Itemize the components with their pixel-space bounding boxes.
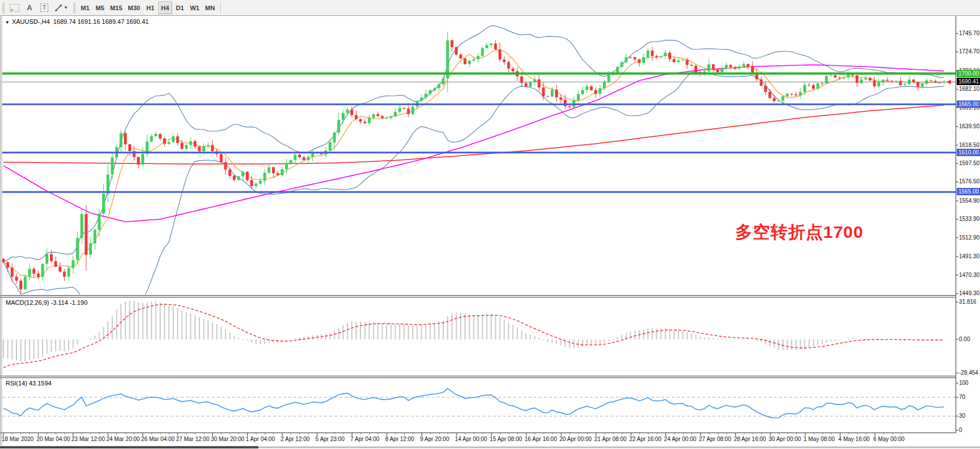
date-label: 8 Apr 12:00	[385, 436, 414, 442]
mt4-chart-window: F A T ▼ M1M5M15M30H1H4D1W1MN ▼XAUUSD-,H4…	[0, 0, 980, 449]
date-label: 7 Apr 04:00	[350, 436, 379, 442]
price-tick-label: 1512.90	[959, 234, 979, 241]
chart-title: ▼XAUUSD-,H4 1689.74 1691.16 1689.47 1690…	[5, 18, 149, 25]
text-label-button[interactable]: T	[37, 2, 51, 14]
date-label: 24 Mar 20:00	[106, 436, 140, 442]
font-a-icon: A	[27, 3, 32, 12]
macd-tick-label: -28.454	[959, 370, 978, 376]
date-label: 2 Apr 12:00	[280, 436, 309, 442]
chart-template-button[interactable]: F	[7, 2, 22, 14]
level-price-tag: 1565.00	[957, 188, 980, 195]
cursor-tool-button[interactable]: ▼	[52, 2, 70, 14]
date-label: 18 Mar 2020	[2, 436, 33, 442]
chart-area[interactable]: ▼XAUUSD-,H4 1689.74 1691.16 1689.47 1690…	[0, 15, 980, 449]
horizontal-scrollbar-thumb[interactable]	[0, 446, 258, 448]
date-label: 30 Apr 00:00	[769, 436, 801, 442]
rsi-tick-label: 0	[959, 427, 962, 433]
price-tick-label: 1470.30	[959, 272, 979, 278]
price-tick-label: 1449.30	[959, 290, 979, 296]
date-label: 4 May 16:00	[839, 436, 870, 442]
timeframe-button-mn[interactable]: MN	[203, 2, 217, 14]
timeframe-button-d1[interactable]: D1	[173, 2, 187, 14]
grid-icon: F	[10, 4, 19, 12]
price-tick-label: 1491.30	[959, 253, 979, 259]
price-tick-label: 1618.50	[959, 142, 979, 148]
rsi-indicator-label: RSI(14) 43.1594	[6, 380, 52, 387]
level-price-tag: 1690.41	[957, 78, 980, 85]
timeframe-button-m5[interactable]: M5	[93, 2, 107, 14]
date-label: 16 Apr 16:00	[525, 436, 557, 442]
price-tick-label: 1576.50	[959, 178, 979, 184]
toolbar-drag-grip[interactable]	[2, 3, 5, 12]
date-label: 14 Apr 00:00	[455, 436, 487, 442]
chart-text-annotation[interactable]: 多空转折点1700	[735, 221, 864, 244]
date-label: 1 May 08:00	[803, 436, 835, 442]
date-label: 20 Apr 00:00	[559, 436, 592, 442]
macd-tick-label: 0.00	[959, 336, 970, 342]
date-label: 27 Apr 08:00	[699, 436, 731, 442]
price-tick-label: 1724.70	[959, 48, 979, 54]
date-label: 21 Apr 08:00	[594, 436, 627, 442]
level-price-tag: 1700.00	[957, 70, 980, 77]
font-tool-button[interactable]: A	[23, 2, 36, 14]
date-label: 9 Apr 20:00	[420, 436, 449, 442]
timeframe-button-h4[interactable]: H4	[158, 2, 172, 14]
date-label: 26 Mar 04:00	[141, 436, 175, 442]
macd-indicator-label: MACD(12,26,9) -3.114 -1.190	[6, 299, 87, 306]
ohlc-values: 1689.74 1691.16 1689.47 1690.41	[53, 18, 149, 25]
price-tick-label: 1554.90	[959, 198, 979, 204]
diagonal-arrows-icon	[55, 4, 62, 12]
timeframe-button-h1[interactable]: H1	[144, 2, 157, 14]
timeframe-button-m30[interactable]: M30	[125, 2, 142, 14]
date-label: 30 Mar 20:00	[211, 436, 244, 442]
date-label: 6 May 00:00	[873, 436, 904, 442]
level-price-tag: 1665.00	[957, 100, 980, 108]
date-label: 27 Mar 12:00	[176, 436, 210, 442]
macd-tick-label: 31.816	[959, 299, 977, 305]
date-label: 15 Apr 08:00	[490, 436, 522, 442]
symbol-dropdown-icon[interactable]: ▼	[5, 20, 10, 25]
price-tick-label: 1682.10	[959, 86, 979, 92]
symbol-timeframe: XAUUSD-,H4	[12, 18, 50, 25]
price-tick-label: 1597.50	[959, 160, 979, 166]
rsi-tick-label: 30	[959, 413, 965, 419]
text-t-icon: T	[40, 3, 49, 12]
date-label: 20 Mar 04:00	[36, 436, 70, 442]
date-label: 24 Apr 00:00	[664, 436, 697, 442]
toolbar-separator	[220, 2, 221, 14]
date-label: 1 Apr 04:00	[246, 436, 275, 442]
chevron-down-icon: ▼	[64, 5, 68, 10]
toolbar: F A T ▼ M1M5M15M30H1H4D1W1MN	[0, 0, 980, 16]
date-label: 5 Apr 23:00	[316, 436, 345, 442]
rsi-tick-label: 70	[959, 394, 965, 400]
timeframe-button-w1[interactable]: W1	[188, 2, 202, 14]
date-label: 23 Mar 12:00	[72, 436, 105, 442]
timeframe-button-group: M1M5M15M30H1H4D1W1MN	[78, 2, 217, 14]
timeframe-button-m1[interactable]: M1	[78, 2, 92, 14]
price-tick-label: 1639.50	[959, 123, 979, 129]
rsi-tick-label: 100	[959, 380, 969, 386]
toolbar-section-grip[interactable]	[73, 3, 76, 12]
timeframe-button-m15[interactable]: M15	[108, 2, 124, 14]
price-tick-label: 1533.90	[959, 216, 979, 222]
date-label: 22 Apr 16:00	[629, 436, 661, 442]
level-price-tag: 1610.00	[957, 149, 980, 156]
price-tick-label: 1745.70	[959, 30, 979, 36]
date-label: 28 Apr 16:00	[734, 436, 766, 442]
